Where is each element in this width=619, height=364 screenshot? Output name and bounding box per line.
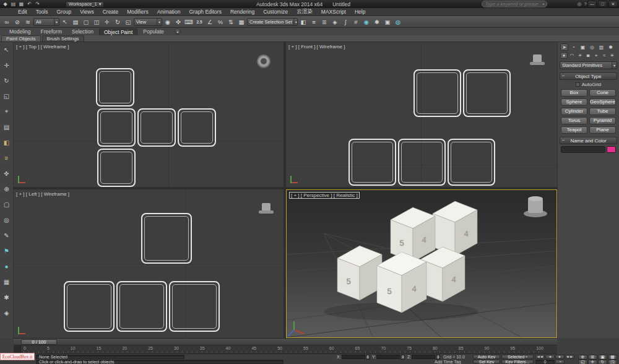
wireframe-box[interactable] [141,213,192,264]
menu-edit[interactable]: Edit [14,8,32,15]
viewport-left-label[interactable]: [ + ] [ Left ] [ Wireframe ] [16,191,69,197]
space-warps-category-icon[interactable]: ≈ [600,52,608,59]
maximize-viewport-icon[interactable]: ◳ [608,360,617,364]
object-color-swatch[interactable] [607,146,616,153]
select-and-scale-icon[interactable]: ◱ [123,17,133,27]
diamond-tool-icon[interactable]: ◈ [2,308,12,318]
wireframe-box[interactable] [137,108,176,147]
auto-key-button[interactable]: Auto Key [473,355,500,360]
box-button[interactable]: Box [561,89,587,97]
unlink-selection-icon[interactable]: ⊘ [12,17,22,27]
menu-help[interactable]: Help [350,8,370,15]
teapot-button[interactable]: Teapot [561,126,587,134]
pyramid-button[interactable]: Pyramid [589,117,616,124]
menu-maxscript[interactable]: MAXScript [317,8,350,15]
window-crossing-icon[interactable]: ◫ [92,17,102,27]
target-tool-icon[interactable]: ⌖ [2,106,12,116]
ribbon-tab-selection[interactable]: Selection [67,28,98,35]
select-by-name-icon[interactable]: ▤ [71,17,80,27]
selection-filter-dropdown[interactable]: All ▾ [33,18,59,26]
percent-snap-icon[interactable]: % [215,17,225,27]
wireframe-box[interactable] [64,281,115,332]
wireframe-box[interactable] [96,68,134,106]
y-input[interactable] [376,355,400,359]
play-button[interactable]: ► [555,355,565,360]
menu-graph-editors[interactable]: Graph Editors [184,8,225,15]
menu-customize[interactable]: Customize [259,8,292,15]
material-editor-icon[interactable]: ◉ [361,17,371,27]
render-production-icon[interactable]: ◍ [393,17,403,27]
menu-tools[interactable]: Tools [32,8,53,15]
name-color-rollout[interactable]: − Name and Color [560,137,617,144]
autogrid-checkbox[interactable] [576,82,580,87]
star-tool-icon[interactable]: ✱ [2,292,12,302]
object-name-field[interactable] [561,146,605,153]
wireframe-box[interactable] [398,139,446,186]
viewport-front-label[interactable]: [ + ] [ Front ] [ Wireframe ] [288,44,345,50]
x-spinner[interactable] [366,355,370,360]
select-and-rotate-icon[interactable]: ↻ [113,17,123,27]
redo-icon[interactable]: ↷ [34,1,41,7]
wireframe-box[interactable] [413,69,461,117]
next-frame-button[interactable]: ►► [565,355,574,360]
schematic-view-icon[interactable]: # [351,17,361,27]
minimize-button[interactable]: — [587,1,597,7]
list-tool-icon[interactable]: ▤ [2,122,12,132]
ribbon-tab-object-paint[interactable]: Object Paint [99,28,137,35]
wireframe-box[interactable] [97,108,136,147]
snap-25d-icon[interactable]: 2.5 [194,17,204,27]
previous-frame-button[interactable]: ◄ [545,355,555,360]
menu-cloud[interactable]: 云渲染 [292,8,317,15]
shapes-category-icon[interactable]: ◠ [568,52,576,59]
viewport-front[interactable]: [ + ] [ Front ] [ Wireframe ] [286,42,557,187]
modify-tab[interactable]: ◔ [569,43,578,51]
cameras-category-icon[interactable]: ◙ [584,52,592,59]
wireframe-box[interactable] [169,281,220,332]
keyboard-override-icon[interactable]: ⌨ [184,17,194,27]
wireframe-box[interactable] [178,108,216,147]
torus-button[interactable]: Torus [561,117,587,124]
undo-icon[interactable]: ↶ [26,1,33,7]
utilities-tab[interactable]: ✱ [607,43,615,51]
pen-tool-icon[interactable]: ✎ [2,230,12,240]
select-object-icon[interactable]: ↖ [60,17,70,27]
angle-snap-icon[interactable]: ∠ [205,17,215,27]
ribbon-subtab-paint-objects[interactable]: Paint Objects [1,35,41,41]
rendered-frame-icon[interactable]: ▣ [383,17,392,27]
maximize-button[interactable]: □ [598,1,607,7]
x-input[interactable] [342,355,365,359]
viewport-top-label[interactable]: [ + ] [ Top ] [ Wireframe ] [16,44,69,50]
zoom-icon[interactable]: ⊕ [578,355,587,360]
save-icon[interactable]: ▦ [18,1,25,7]
ribbon-tab-modeling[interactable]: Modeling [5,28,35,35]
time-slider-track[interactable]: 0 / 100 [14,338,557,345]
named-selection-set-dropdown[interactable]: Create Selection Set ▾ [247,18,298,26]
info-icon[interactable]: ◎ [578,1,582,7]
go-to-start-button[interactable]: ◄◄ [535,355,545,360]
geosphere-button[interactable]: GeoSphere [589,98,616,106]
mirror-tool-icon[interactable]: ◧ [2,137,12,147]
mirror-icon[interactable]: ◧ [298,17,308,27]
wireframe-box[interactable] [116,281,167,332]
help-search[interactable]: ⌖ [482,1,547,7]
select-and-link-icon[interactable]: ∞ [2,17,12,27]
sphere-tool-icon[interactable]: ● [2,261,12,271]
cylinder-button[interactable]: Cylinder [561,108,587,115]
render-setup-icon[interactable]: ✱ [372,17,382,27]
time-slider-handle[interactable]: 0 / 100 [21,339,57,345]
menu-modifiers[interactable]: Modifiers [123,8,152,15]
zoom-extents-all-icon[interactable]: ▦ [608,355,617,360]
zoom-extents-icon[interactable]: ▣ [598,355,607,360]
move-tool-icon[interactable]: ✛ [2,60,12,70]
z-input[interactable] [412,355,435,359]
spinner-snap-icon[interactable]: ⇅ [226,17,236,27]
select-and-move-icon[interactable]: ✛ [102,17,112,27]
set-key-button[interactable]: Set Key [473,360,500,364]
select-and-manipulate-icon[interactable]: ✜ [173,17,183,27]
menu-group[interactable]: Group [53,8,76,15]
motion-tab[interactable]: ◎ [588,43,596,51]
hat-object-side-view[interactable] [259,203,274,214]
viewport-perspective[interactable]: 4 5 4 5 [286,189,557,338]
viewport-left[interactable]: [ + ] [ Left ] [ Wireframe ] [14,189,284,338]
circle-tool-icon[interactable]: ◎ [2,215,12,225]
